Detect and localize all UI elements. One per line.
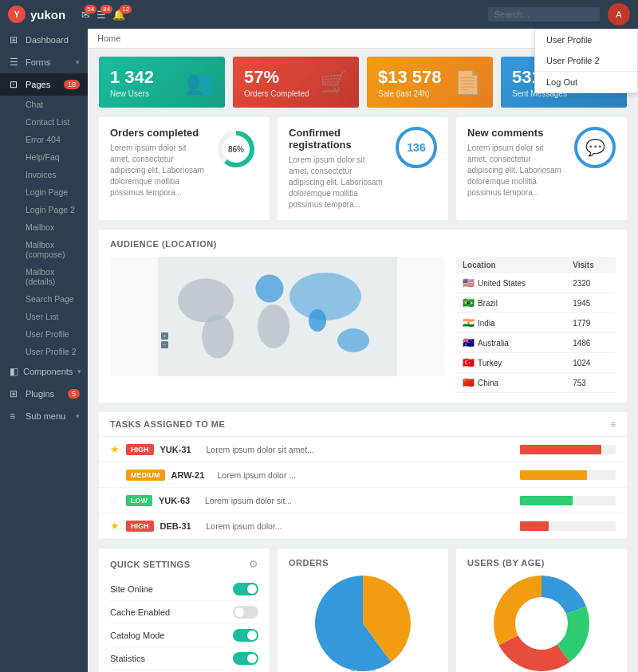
map-visits: 753 — [566, 373, 616, 393]
chat-icon: 💬 — [574, 127, 616, 168]
content-area: 1 342 New Users 👥 57% Orders Completed 🛒… — [88, 49, 638, 672]
map-table-row: 🇺🇸United States2320 — [456, 273, 616, 293]
task-description: Lorem ipsum dolor sit amet... — [207, 445, 514, 454]
sidebar-item-chat[interactable]: Chat — [18, 96, 88, 113]
info-panel-comments-title: New comments — [467, 127, 565, 139]
map-table: Location Visits 🇺🇸United States2320🇧🇷Bra… — [456, 257, 616, 393]
sidebar-item-components[interactable]: ◧ Components ▾ — [0, 360, 88, 383]
svg-point-6 — [258, 305, 289, 348]
task-description: Lorem ipsum dolor ... — [218, 470, 514, 480]
sidebar-item-mailbox-details[interactable]: Mailbox (details) — [18, 263, 88, 290]
tasks-title: TASKS ASSIGNED TO ME — [110, 419, 225, 429]
quick-settings-header: QUICK SETTINGS ⚙ — [110, 558, 258, 570]
sidebar-label-dashboard: Dashboard — [26, 35, 69, 45]
users-age-header: USERS (BY AGE) — [467, 558, 616, 568]
task-row: ★ High DEB-31 Lorem ipsum dolor... — [99, 513, 627, 539]
sidebar-item-invoices[interactable]: Invoices — [18, 166, 88, 183]
dropdown-logout[interactable]: Log Out — [535, 72, 637, 92]
map-visits: 1945 — [566, 293, 616, 313]
map-country: 🇮🇳India — [456, 313, 566, 333]
chevron-down-icon-2: ▾ — [77, 367, 81, 375]
svg-point-14 — [515, 597, 568, 650]
task-star-icon[interactable]: ☆ — [110, 494, 120, 506]
plugins-badge: 5 — [68, 389, 80, 399]
task-star-icon[interactable]: ☆ — [110, 469, 120, 481]
users-age-svg — [494, 576, 589, 671]
sidebar-item-plugins[interactable]: ⊞ Plugins 5 — [0, 383, 88, 405]
components-icon: ◧ — [10, 366, 18, 377]
task-id: YUK-63 — [159, 496, 199, 505]
sidebar-item-dashboard[interactable]: ⊞ Dashboard — [0, 29, 88, 51]
toggle-site-online[interactable] — [233, 583, 258, 595]
task-priority-badge: High — [126, 444, 154, 455]
toggle-cache-enabled[interactable] — [233, 606, 258, 619]
svg-point-8 — [309, 309, 326, 332]
stat-value-sales: $13 578 — [378, 67, 442, 88]
email-nav-icon[interactable]: ✉54 — [81, 9, 90, 21]
task-progress-bar — [520, 521, 549, 531]
task-star-icon[interactable]: ★ — [110, 520, 120, 532]
sidebar-item-search-page[interactable]: Search Page — [18, 290, 88, 308]
document-icon: 📄 — [454, 69, 482, 96]
qs-label: Statistics — [110, 654, 145, 663]
task-bar-container — [520, 521, 616, 531]
orders-donut-label: 86% — [228, 145, 244, 154]
tasks-header: TASKS ASSIGNED TO ME ≡ — [99, 412, 627, 437]
sidebar-item-user-list[interactable]: User List — [18, 308, 88, 325]
quick-settings-row: Cache Enabled — [110, 601, 258, 624]
info-panels: Orders completed Lorem ipsum dolor sit a… — [99, 117, 627, 220]
sidebar-item-submenu[interactable]: ≡ Sub menu ▾ — [0, 405, 88, 427]
gear-icon[interactable]: ⚙ — [249, 558, 258, 570]
orders-pie-svg — [315, 576, 411, 671]
map-table-row: 🇧🇷Brazil1945 — [456, 293, 616, 313]
sidebar-item-mailbox[interactable]: Mailbox — [18, 218, 88, 236]
map-country: 🇺🇸United States — [456, 273, 566, 293]
toggle-statistics[interactable] — [233, 652, 258, 665]
sidebar-item-login2[interactable]: Login Page 2 — [18, 201, 88, 218]
sidebar-label-submenu: Sub menu — [26, 411, 65, 421]
top-nav: Y yukon ✉54 ☰84 🔔12 A User Profile User … — [0, 0, 638, 29]
toggle-catalog-mode[interactable] — [233, 629, 258, 642]
sidebar-item-error404[interactable]: Error 404 — [18, 131, 88, 148]
sidebar-item-user-profile-2[interactable]: User Profile 2 — [18, 343, 88, 360]
quick-settings-title: QUICK SETTINGS — [110, 560, 191, 569]
list-nav-icon[interactable]: ☰84 — [96, 9, 106, 21]
sidebar-label-mailbox: Mailbox — [26, 222, 54, 232]
task-row: ☆ Medium ARW-21 Lorem ipsum dolor ... — [99, 462, 627, 488]
map-visits: 1779 — [566, 313, 616, 333]
tasks-section: TASKS ASSIGNED TO ME ≡ ★ High YUK-31 Lor… — [99, 412, 627, 539]
dropdown-user-profile[interactable]: User Profile — [535, 29, 637, 50]
task-row: ★ High YUK-31 Lorem ipsum dolor sit amet… — [99, 437, 627, 462]
pages-badge: 18 — [64, 80, 80, 89]
sidebar-item-login[interactable]: Login Page — [18, 183, 88, 201]
sidebar-sub-pages: Chat Contact List Error 404 Help/Faq Inv… — [0, 96, 88, 360]
chevron-down-icon: ▾ — [76, 58, 80, 66]
info-panel-reg-title: Confirmed registrations — [289, 127, 386, 151]
task-star-icon[interactable]: ★ — [110, 443, 120, 455]
sidebar-item-user-profile[interactable]: User Profile — [18, 325, 88, 343]
search-input[interactable] — [488, 7, 600, 22]
info-panel-comments-body: Lorem ipsum dolor sit amet, consectetur … — [467, 143, 565, 198]
users-age-container: 18-24 25-32 33-40 — [467, 576, 616, 672]
sidebar-item-pages[interactable]: ⊡ Pages 18 — [0, 73, 88, 96]
nav-icons: ✉54 ☰84 🔔12 — [81, 9, 125, 21]
orders-donut-container: 86% — [214, 127, 258, 171]
orders-chart-header: ORDERS — [289, 558, 437, 568]
bell-nav-icon[interactable]: 🔔12 — [112, 9, 125, 21]
sidebar-item-contact-list[interactable]: Contact List — [18, 113, 88, 131]
tasks-menu-icon[interactable]: ≡ — [610, 419, 616, 430]
quick-settings-panel: QUICK SETTINGS ⚙ Site Online Cache Enabl… — [99, 548, 270, 672]
info-panel-reg-text: Confirmed registrations Lorem ipsum dolo… — [289, 127, 386, 210]
map-visits: 1486 — [566, 333, 616, 353]
sidebar-item-helpfaq[interactable]: Help/Faq — [18, 148, 88, 166]
info-panel-orders-title: Orders completed — [110, 127, 204, 139]
stat-label-sales: Sale (last 24h) — [378, 89, 442, 98]
quick-settings-rows: Site Online Cache Enabled Catalog Mode S… — [110, 578, 258, 670]
sidebar: ⊞ Dashboard ☰ Forms ▾ ⊡ Pages 18 Chat Co… — [0, 29, 88, 672]
sidebar-label-helpfaq: Help/Faq — [26, 152, 60, 162]
dropdown-user-profile-2[interactable]: User Profile 2 — [535, 50, 637, 71]
avatar[interactable]: A — [608, 3, 630, 26]
sidebar-item-forms[interactable]: ☰ Forms ▾ — [0, 51, 88, 73]
stat-card-orders: 57% Orders Completed 🛒 — [233, 57, 359, 108]
sidebar-item-mailbox-compose[interactable]: Mailbox (compose) — [18, 236, 88, 263]
